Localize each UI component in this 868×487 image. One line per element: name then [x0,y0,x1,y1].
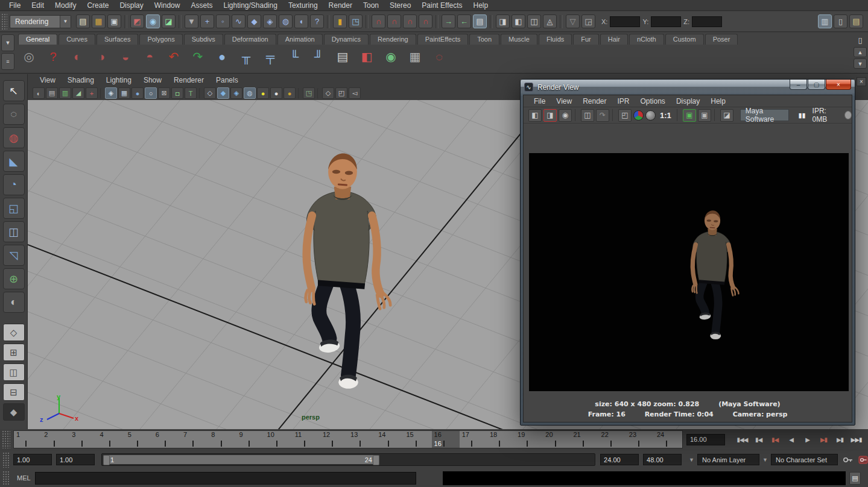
current-time-field[interactable] [686,434,725,445]
redo-previous-render-icon[interactable]: ◧ [528,109,542,122]
film-gate-icon[interactable]: ◈ [105,87,117,99]
snapshot-icon[interactable]: ◉ [559,109,572,122]
wireframe-on-shaded-icon[interactable]: ◈ [230,87,242,99]
panel-menu-item[interactable]: View [34,76,62,84]
scale-tool[interactable]: ◱ [3,198,25,219]
shelf-tab[interactable]: Surfaces [97,34,138,45]
playback-end-field[interactable] [600,454,639,465]
render-view-menu-item[interactable]: IPR [612,97,635,105]
frame-ruler[interactable]: 1 2 3 4 [13,430,683,448]
shelf-tab[interactable]: Poser [705,34,738,45]
timeline-frame[interactable]: 16 16 [432,431,460,448]
move-normal-tool[interactable]: ◹ [3,245,25,266]
undo-icon[interactable]: ↶ [164,47,183,66]
timeline-frame[interactable]: 1 [14,431,42,448]
timeline-frame[interactable]: 19 [515,431,543,448]
textured-icon[interactable]: ◍ [244,87,256,99]
attribute-editor-icon[interactable]: ▥ [818,14,832,28]
menu-item[interactable]: Assets [185,1,218,10]
menu-item[interactable]: File [4,1,26,10]
mask-deformations-icon[interactable]: ◈ [263,14,277,28]
quick-layout-dropdown-icon[interactable]: ▽ [566,14,580,28]
lasso-tool[interactable]: ◌ [3,104,25,125]
y-coordinate-field[interactable] [651,16,681,27]
new-scene-icon[interactable]: ▤ [76,14,90,28]
soft-modification-tool[interactable]: ◣ [3,151,25,172]
custom-layout-dragon[interactable]: ◆ [3,403,25,421]
render-view-menu-item[interactable]: Render [577,97,612,105]
lock-selection-icon[interactable]: ▮ [333,14,347,28]
animation-start-field[interactable] [13,454,52,465]
shelf-tab-menu-icon[interactable]: ▼ [1,34,14,51]
alpha-channel-icon[interactable] [645,110,656,121]
shelf-tab[interactable]: Subdivs [184,34,223,45]
unparent-icon[interactable]: ╙ [285,47,304,66]
script-editor-icon[interactable]: ▤ [849,472,861,485]
shelf-tab[interactable]: General [18,34,57,45]
command-line-grip[interactable] [2,471,10,485]
shelf-tab[interactable]: Hair [600,34,628,45]
layout-persp-outliner[interactable]: ◫ [3,363,25,381]
range-slider-track[interactable]: 1 24 [101,453,595,466]
shelf-trash-icon[interactable]: ▯ [854,34,867,46]
no-lights-icon[interactable]: ● [284,87,296,99]
step-forward-frame-button[interactable]: ▶▮ [832,433,847,446]
render-view-menu-item[interactable]: Display [671,97,705,105]
layout-four-pane[interactable]: ⊞ [3,344,25,361]
x-coordinate-field[interactable] [610,16,640,27]
timeline-frame[interactable]: 21 [571,431,598,448]
last-tool-camera[interactable]: ◐ [3,292,25,313]
camera-select-icon[interactable]: ◐ [33,87,45,99]
help-icon[interactable]: ? [43,47,63,66]
command-results-field[interactable] [443,471,846,485]
default-lighting-icon[interactable]: ● [257,87,269,99]
open-scene-icon[interactable]: ▦ [92,14,106,28]
shelf-tab[interactable]: PaintEffects [417,34,469,45]
absolute-position-icon[interactable]: ◲ [581,14,595,28]
animation-end-field[interactable] [643,454,682,465]
render-current-frame-icon[interactable]: ◧ [512,14,525,28]
construction-history-icon[interactable]: ▤ [473,14,487,28]
select-hierarchy-icon[interactable]: ◩ [130,14,144,28]
xray-icon[interactable]: ◇ [322,87,334,99]
timeline-frame[interactable]: 2 [42,431,69,448]
command-language-label[interactable]: MEL [13,474,35,482]
panel-menu-item[interactable]: Renderer [168,76,210,84]
region-render-icon[interactable]: ◰ [618,109,632,122]
channel-box-icon[interactable]: ▤ [849,14,863,28]
image-plane-icon[interactable]: ▥ [59,87,71,99]
camera-roll-icon[interactable]: ◓ [140,47,159,66]
timeline-frame[interactable]: 17 [460,431,487,448]
panel-menu-item[interactable]: Lighting [100,76,138,84]
paint-effects-shelf-icon[interactable]: ◌ [429,47,449,66]
render-view-menu-item[interactable]: View [551,97,577,105]
select-component-icon[interactable]: ◪ [162,14,176,28]
minimize-button[interactable]: – [790,80,807,90]
input-connections-icon[interactable]: → [442,14,455,28]
playback-start-field[interactable] [56,454,95,465]
select-object-icon[interactable]: ◉ [146,14,160,28]
menu-item[interactable]: Window [149,1,186,10]
menu-item[interactable]: Render [323,1,358,10]
render-sequence-icon[interactable]: ◬ [543,14,557,28]
anim-layer-dropdown-icon[interactable]: ▼ [689,457,694,463]
rendered-image[interactable] [529,153,849,391]
go-to-end-button[interactable]: ▶▶▮ [849,433,864,446]
timeline-frame[interactable]: 13 [348,431,376,448]
range-grip[interactable] [2,452,10,468]
menu-item[interactable]: Edit [26,1,49,10]
command-input[interactable] [35,472,416,485]
timeline-frame[interactable]: 15 [404,431,431,448]
grease-pencil-icon[interactable]: ◢ [72,87,84,99]
mask-curves-icon[interactable]: ∿ [232,14,246,28]
shelf-scroll-down-icon[interactable]: ▼ [854,58,867,69]
safe-action-icon[interactable]: ⊠ [158,87,170,99]
layout-single-pane[interactable]: ◇ [3,324,25,341]
group-icon[interactable]: ╥ [236,47,256,66]
safe-title-icon[interactable]: ◘ [171,87,183,99]
character-set-select[interactable]: No Character Set [771,454,838,465]
save-scene-icon[interactable]: ▣ [107,14,121,28]
wireframe-icon[interactable]: ◇ [204,87,216,99]
isolate-select-icon[interactable]: ◳ [303,87,315,99]
play-forwards-button[interactable]: ▶ [800,433,815,446]
